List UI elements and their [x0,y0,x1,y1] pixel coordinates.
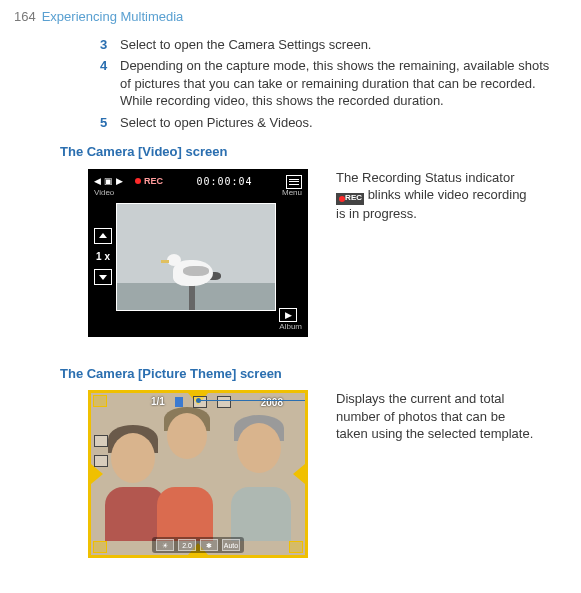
instruction-list: 3 Select to open the Camera Settings scr… [100,36,557,132]
camera-theme-screen: 1/1 2008 ☀ 2.0 ✱ Auto [88,390,308,558]
menu-icon [286,175,302,189]
callout-line [198,400,308,401]
zoom-out-icon [94,269,112,285]
step-number: 3 [100,36,120,54]
ev-value: 2.0 [178,539,196,551]
list-item: 5 Select to open Pictures & Videos. [100,114,557,132]
viewfinder-image [105,407,291,541]
viewfinder-image [116,203,276,311]
list-item: 4 Depending on the capture mode, this sh… [100,57,557,110]
rec-label: REC [144,175,163,187]
camera-mode-icon [93,395,107,407]
mode-label: Video [94,188,114,199]
album-label: Album [279,322,302,333]
year-overlay: 2008 [261,396,283,410]
annotation-text-a: The Recording Status indicator [336,170,514,185]
rec-dot-icon [135,178,141,184]
search-icon [93,541,107,553]
zoom-level: 1 x [96,250,110,264]
step-text: Select to open the Camera Settings scree… [120,36,371,54]
section-heading-video: The Camera [Video] screen [60,143,567,161]
flash-icon [94,435,108,447]
step-number: 4 [100,57,120,110]
list-item: 3 Select to open the Camera Settings scr… [100,36,557,54]
annotation-text-b: blinks while video recording is in progr… [336,187,527,221]
ev-icon: ☀ [156,539,174,551]
photo-count: 1/1 [151,395,165,409]
section-heading-theme: The Camera [Picture Theme] screen [60,365,567,383]
rec-indicator-icon: REC [336,193,364,205]
step-number: 5 [100,114,120,132]
left-arrow-icon: ◀ [94,175,101,187]
triangle-right-icon [293,464,305,484]
menu-label: Menu [282,188,302,199]
wb-value: Auto [222,539,240,551]
storage-card-icon [175,397,183,407]
triangle-left-icon [91,464,103,484]
zoom-out-icon [94,455,108,467]
camera-video-screen: ◀ ▣ ▶ REC 00:00:04 Video Menu 1 x [88,169,308,337]
bottom-toolbar: ☀ 2.0 ✱ Auto [152,537,244,553]
step-text: Depending on the capture mode, this show… [120,57,557,110]
step-text: Select to open Pictures & Videos. [120,114,313,132]
theme-annotation: Displays the current and total number of… [336,390,536,443]
album-icon [289,541,303,553]
chapter-title: Experiencing Multimedia [42,8,184,26]
page-number: 164 [14,8,36,26]
camcorder-icon: ▣ [104,175,113,187]
recording-time: 00:00:04 [196,175,252,189]
video-annotation: The Recording Status indicator REC blink… [336,169,536,223]
wb-icon: ✱ [200,539,218,551]
storage-icon [217,396,231,408]
album-icon: ▶ [279,308,297,322]
right-arrow-icon: ▶ [116,175,123,187]
zoom-in-icon [94,228,112,244]
